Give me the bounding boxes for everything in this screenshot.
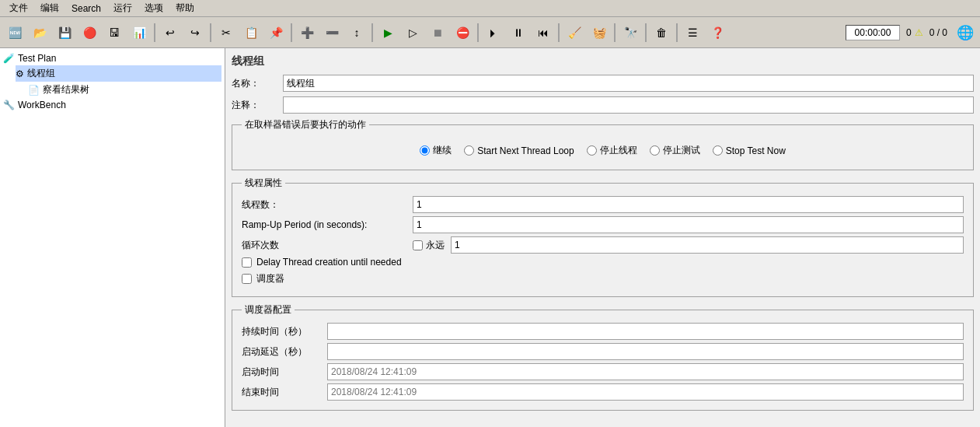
stop-x-button[interactable]: ⛔ [451, 22, 474, 44]
open-button[interactable]: 📂 [28, 22, 51, 44]
menu-help[interactable]: 帮助 [169, 0, 201, 16]
tree-item-threadgroup[interactable]: ⚙ 线程组 [16, 65, 221, 82]
warning-counter: 0 ⚠ [906, 27, 923, 38]
end-time-input[interactable] [327, 383, 964, 401]
action-fieldset: 在取样器错误后要执行的动作 继续 Start Next Thread Loop … [232, 118, 974, 170]
thread-count-row: 线程数： [242, 196, 964, 213]
remote-stop-button[interactable]: ⏸ [507, 22, 530, 44]
scheduler-checkbox[interactable] [242, 274, 252, 284]
stop-test-label: 停止测试 [663, 144, 700, 157]
menu-search[interactable]: Search [65, 2, 107, 16]
forever-checkbox-label[interactable]: 永远 [413, 239, 445, 252]
forever-checkbox[interactable] [413, 240, 423, 250]
warning-icon: ⚠ [915, 27, 923, 38]
help-button[interactable]: ❓ [706, 22, 729, 44]
menu-options[interactable]: 选项 [138, 0, 169, 16]
action-stop-thread[interactable]: 停止线程 [587, 144, 637, 157]
radio-start-next[interactable] [464, 145, 474, 156]
name-row: 名称： [232, 75, 974, 92]
cut-button[interactable]: ✂ [214, 22, 238, 44]
error-count: 0 / 0 [929, 27, 947, 38]
radio-stop-now[interactable] [713, 145, 723, 156]
delay-thread-label[interactable]: Delay Thread creation until needed [242, 257, 402, 268]
forever-label: 永远 [426, 239, 445, 252]
scheduler-text: 调度器 [256, 272, 284, 285]
delay-thread-checkbox[interactable] [242, 257, 252, 268]
save-button[interactable]: 💾 [53, 22, 76, 44]
comment-input[interactable] [283, 96, 974, 114]
run-start-button[interactable]: ▷ [401, 22, 424, 44]
list-button[interactable]: ☰ [681, 22, 704, 44]
warning-count: 0 [906, 27, 912, 38]
start-time-input[interactable] [327, 363, 964, 380]
action-stop-now[interactable]: Stop Test Now [713, 145, 786, 156]
remove-button[interactable]: ➖ [320, 22, 344, 44]
remote-run-button[interactable]: ⏵ [482, 22, 505, 44]
stop-now-label: Stop Test Now [726, 145, 786, 156]
delay-thread-row: Delay Thread creation until needed [242, 257, 964, 268]
tree-item-workbench[interactable]: 🔧 WorkBench [3, 98, 221, 112]
ramp-up-input[interactable] [413, 216, 964, 233]
new-button[interactable]: 🆕 [3, 22, 26, 44]
stop-thread-label: 停止线程 [600, 144, 637, 157]
broom2-button[interactable]: 🧺 [588, 22, 611, 44]
action-start-next[interactable]: Start Next Thread Loop [464, 145, 574, 156]
remote-globe-button[interactable]: 🌐 [954, 22, 977, 44]
duration-label: 持续时间（秒） [242, 325, 327, 338]
save-disk-button[interactable]: 🖫 [103, 22, 126, 44]
end-time-row: 结束时间 [242, 383, 964, 401]
tree-panel: 🧪 Test Plan ⚙ 线程组 📄 察看结果树 🔧 WorkBench [0, 48, 225, 427]
name-label: 名称： [232, 77, 278, 90]
toolbar-sep-7 [614, 23, 616, 42]
duration-input[interactable] [327, 323, 964, 340]
add-button[interactable]: ➕ [295, 22, 319, 44]
radio-continue[interactable] [420, 145, 430, 156]
name-input[interactable] [283, 75, 974, 92]
toolbar-sep-8 [645, 23, 647, 42]
menu-run[interactable]: 运行 [107, 0, 138, 16]
menu-edit[interactable]: 编辑 [34, 0, 65, 16]
thread-props-fieldset: 线程属性 线程数： Ramp-Up Period (in seconds): 循… [232, 177, 974, 297]
toolbar-sep-6 [558, 23, 560, 42]
workbench-icon: 🔧 [3, 100, 15, 110]
scheduler-config-legend: 调度器配置 [242, 303, 295, 317]
toolbar-sep-3 [291, 23, 292, 42]
action-legend: 在取样器错误后要执行的动作 [242, 118, 369, 131]
thread-count-input[interactable] [413, 196, 964, 213]
start-time-row: 启动时间 [242, 363, 964, 380]
stop-button[interactable]: ⏹ [426, 22, 449, 44]
undo-button[interactable]: ↩ [159, 22, 182, 44]
comment-row: 注释： [232, 96, 974, 114]
radio-stop-thread[interactable] [587, 145, 597, 156]
duration-row: 持续时间（秒） [242, 323, 964, 340]
loop-row: 循环次数 永远 [242, 236, 964, 254]
action-continue[interactable]: 继续 [420, 144, 452, 157]
chart-button[interactable]: 📊 [127, 22, 151, 44]
toolbar-sep-1 [154, 23, 155, 42]
stop-circle-button[interactable]: 🔴 [78, 22, 101, 44]
run-button[interactable]: ▶ [376, 22, 399, 44]
startup-delay-input[interactable] [327, 343, 964, 360]
testplan-label: Test Plan [18, 53, 56, 64]
redo-button[interactable]: ↪ [183, 22, 207, 44]
radio-stop-test[interactable] [650, 145, 660, 156]
loop-count-input[interactable] [451, 236, 964, 254]
scheduler-label[interactable]: 调度器 [242, 272, 284, 285]
clear-button[interactable]: 🗑 [650, 22, 673, 44]
search-button[interactable]: 🔭 [619, 22, 642, 44]
tree-item-results[interactable]: 📄 察看结果树 [28, 82, 221, 98]
results-icon: 📄 [28, 85, 40, 96]
remote-clear-button[interactable]: ⏮ [532, 22, 555, 44]
copy-button[interactable]: 📋 [239, 22, 263, 44]
action-stop-test[interactable]: 停止测试 [650, 144, 700, 157]
ramp-up-row: Ramp-Up Period (in seconds): [242, 216, 964, 233]
expand-button[interactable]: ↕ [345, 22, 368, 44]
paste-button[interactable]: 📌 [264, 22, 288, 44]
tree-item-testplan[interactable]: 🧪 Test Plan [3, 51, 221, 65]
threadgroup-icon: ⚙ [16, 68, 24, 79]
toolbar-sep-5 [477, 23, 479, 42]
menu-file[interactable]: 文件 [3, 0, 34, 16]
broom-button[interactable]: 🧹 [563, 22, 586, 44]
main-layout: 🧪 Test Plan ⚙ 线程组 📄 察看结果树 🔧 WorkBench 线程… [0, 48, 980, 427]
start-time-label: 启动时间 [242, 366, 327, 379]
